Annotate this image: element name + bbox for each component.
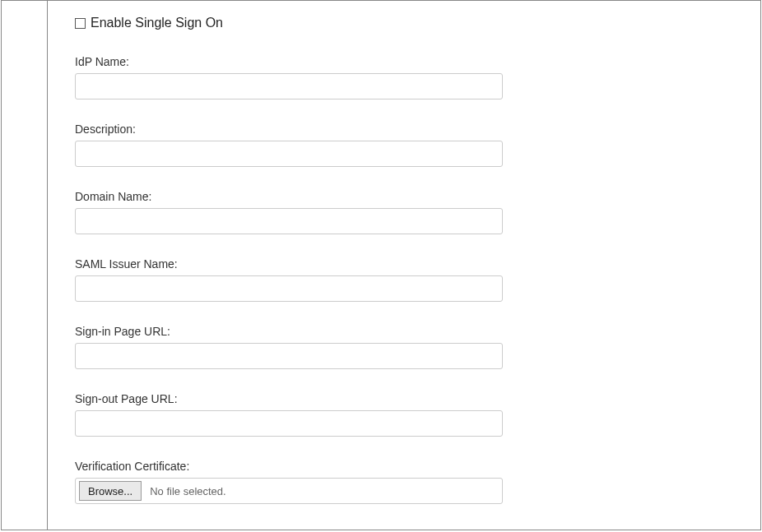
idp-name-label: IdP Name: — [75, 55, 760, 68]
signin-url-input[interactable] — [75, 343, 503, 369]
verification-cert-label: Verification Certificate: — [75, 460, 760, 473]
enable-sso-checkbox[interactable] — [75, 18, 86, 29]
description-label: Description: — [75, 123, 760, 136]
saml-issuer-label: SAML Issuer Name: — [75, 257, 760, 271]
signout-url-label: Sign-out Page URL: — [75, 392, 760, 405]
saml-issuer-input[interactable] — [75, 275, 503, 302]
enable-sso-row: Enable Single Sign On — [75, 16, 760, 30]
enable-sso-label[interactable]: Enable Single Sign On — [91, 16, 223, 30]
signout-url-group: Sign-out Page URL: — [75, 392, 760, 437]
description-group: Description: — [75, 123, 760, 167]
domain-name-input[interactable] — [75, 208, 503, 234]
panel-frame: Enable Single Sign On IdP Name: Descript… — [1, 0, 761, 530]
domain-name-label: Domain Name: — [75, 190, 760, 203]
signin-url-group: Sign-in Page URL: — [75, 325, 760, 369]
verification-cert-group: Verification Certificate: Browse... No f… — [75, 460, 760, 504]
signout-url-input[interactable] — [75, 410, 503, 437]
saml-issuer-group: SAML Issuer Name: — [75, 257, 760, 302]
description-input[interactable] — [75, 141, 503, 167]
sso-settings-form: Enable Single Sign On IdP Name: Descript… — [48, 1, 760, 530]
signin-url-label: Sign-in Page URL: — [75, 325, 760, 338]
verification-cert-file-wrapper: Browse... No file selected. — [75, 478, 503, 504]
browse-button[interactable]: Browse... — [79, 481, 142, 501]
idp-name-group: IdP Name: — [75, 55, 760, 99]
idp-name-input[interactable] — [75, 73, 503, 99]
domain-name-group: Domain Name: — [75, 190, 760, 234]
file-status-text: No file selected. — [150, 485, 226, 497]
